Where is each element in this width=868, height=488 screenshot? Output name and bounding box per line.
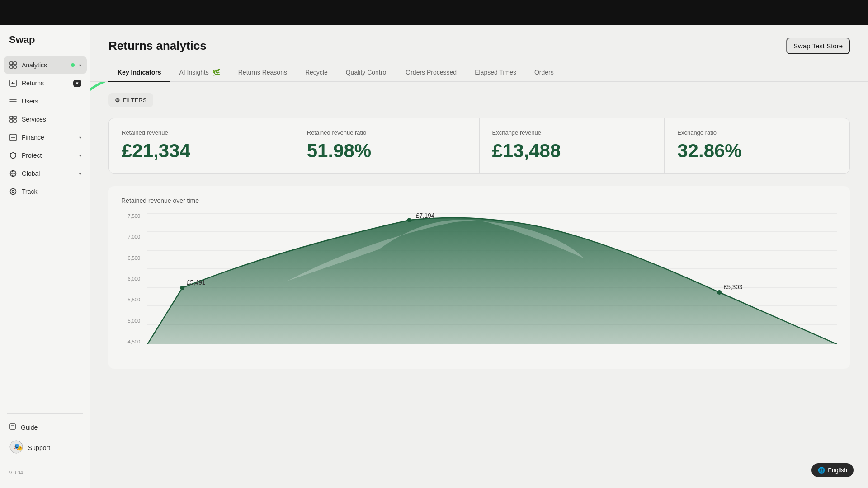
data-point-1 — [407, 218, 412, 222]
sidebar-item-support[interactable]: 🎭 Support — [4, 436, 87, 459]
sidebar: Swap Analytics ▾ — [0, 25, 90, 488]
data-point-2 — [717, 290, 722, 295]
sidebar-users-label: Users — [22, 98, 81, 105]
content-area: ⚙ FILTERS — [90, 82, 868, 488]
y-label-3: 6,000 — [127, 276, 140, 282]
sidebar-item-users[interactable]: Users — [4, 93, 87, 110]
tab-orders[interactable]: Orders — [525, 63, 563, 82]
chart-area — [147, 218, 837, 344]
tabs-container: Key Indicators AI Insights 🌿 Returns Rea… — [90, 63, 868, 82]
svg-point-15 — [10, 189, 16, 195]
metric-value-1: 51.98% — [307, 141, 467, 160]
tab-elapsed-times[interactable]: Elapsed Times — [466, 63, 525, 82]
sidebar-item-analytics[interactable]: Analytics ▾ — [4, 56, 87, 74]
y-label-5: 5,000 — [127, 318, 140, 324]
main-layout: Swap Analytics ▾ — [0, 25, 868, 488]
guide-label: Guide — [21, 424, 38, 431]
y-label-2: 6,500 — [127, 255, 140, 261]
metric-card-retained-revenue: Retained revenue £21,334 — [109, 118, 294, 173]
svg-rect-2 — [10, 66, 13, 68]
page-title: Returns analytics — [108, 39, 207, 53]
sidebar-item-finance[interactable]: Finance ▾ — [4, 129, 87, 146]
tab-recycle[interactable]: Recycle — [296, 63, 337, 82]
sidebar-item-global[interactable]: Global ▾ — [4, 165, 87, 182]
metric-label-2: Exchange revenue — [492, 129, 652, 136]
app-logo: Swap — [0, 34, 90, 56]
finance-chevron: ▾ — [79, 135, 81, 140]
sidebar-global-label: Global — [22, 170, 75, 177]
globe-icon: 🌐 — [818, 467, 825, 474]
sidebar-protect-label: Protect — [22, 152, 75, 159]
metric-label-0: Retained revenue — [122, 129, 281, 136]
returns-expand-btn[interactable]: ▾ — [73, 80, 81, 87]
svg-rect-11 — [14, 120, 16, 122]
language-label: English — [828, 467, 847, 474]
sidebar-track-label: Track — [22, 188, 81, 195]
metrics-grid: Retained revenue £21,334 Retained revenu… — [108, 118, 850, 174]
metric-value-3: 32.86% — [677, 141, 837, 160]
chart-container: 7,500 7,000 6,500 6,000 5,500 5,000 4,50… — [121, 213, 837, 358]
tab-key-indicators[interactable]: Key Indicators — [108, 63, 170, 82]
metric-value-0: £21,334 — [122, 141, 281, 160]
sidebar-item-services[interactable]: Services — [4, 111, 87, 128]
services-icon — [9, 115, 17, 123]
svg-rect-17 — [10, 424, 15, 429]
sidebar-item-returns[interactable]: Returns ▾ — [4, 75, 87, 92]
svg-rect-1 — [14, 62, 16, 65]
support-icon: 🎭 — [9, 440, 24, 455]
global-icon — [9, 169, 17, 178]
metric-card-exchange-revenue: Exchange revenue £13,488 — [480, 118, 665, 173]
sidebar-item-protect[interactable]: Protect ▾ — [4, 147, 87, 164]
sidebar-divider — [7, 413, 83, 414]
sidebar-item-guide[interactable]: Guide — [4, 419, 87, 435]
metric-value-2: £13,488 — [492, 141, 652, 160]
protect-chevron: ▾ — [79, 153, 81, 158]
track-icon — [9, 188, 17, 196]
y-label-6: 4,500 — [127, 339, 140, 344]
filters-row: ⚙ FILTERS — [108, 93, 850, 107]
sidebar-finance-label: Finance — [22, 134, 75, 141]
metric-label-1: Retained revenue ratio — [307, 129, 467, 136]
version-label: V.0.04 — [0, 466, 90, 479]
chart-title: Retained revenue over time — [121, 197, 837, 204]
svg-rect-8 — [10, 116, 13, 119]
svg-point-16 — [12, 191, 14, 193]
main-content: Returns analytics Swap Test Store Key In… — [90, 25, 868, 488]
top-bar — [0, 0, 868, 25]
sidebar-returns-label: Returns — [22, 80, 69, 87]
chart-svg-container: £5,491 £7,194 £5,303 — [147, 213, 837, 358]
chart-section: Retained revenue over time 7,500 7,000 6… — [108, 186, 850, 369]
analytics-chevron: ▾ — [79, 63, 81, 68]
guide-icon — [9, 423, 16, 432]
svg-rect-9 — [14, 116, 16, 119]
tab-ai-insights[interactable]: AI Insights 🌿 — [170, 63, 229, 82]
tab-quality-control[interactable]: Quality Control — [337, 63, 397, 82]
data-label-2: £5,303 — [724, 284, 743, 291]
users-icon — [9, 97, 17, 105]
metric-label-3: Exchange ratio — [677, 129, 837, 136]
sidebar-nav: Analytics ▾ Returns ▾ — [0, 56, 90, 408]
language-switcher[interactable]: 🌐 English — [811, 463, 854, 477]
returns-icon — [9, 79, 17, 87]
sidebar-analytics-label: Analytics — [22, 61, 66, 69]
y-label-1: 7,000 — [127, 234, 140, 239]
data-point-0 — [180, 286, 184, 290]
store-selector[interactable]: Swap Test Store — [786, 38, 850, 54]
sidebar-bottom: Guide 🎭 Support — [0, 419, 90, 466]
y-label-4: 5,500 — [127, 297, 140, 302]
svg-rect-0 — [10, 62, 13, 65]
analytics-badge — [71, 63, 75, 67]
sidebar-item-track[interactable]: Track — [4, 183, 87, 200]
support-label: Support — [28, 444, 50, 451]
data-label-1: £7,194 — [416, 213, 435, 219]
tab-returns-reasons[interactable]: Returns Reasons — [229, 63, 296, 82]
tab-orders-processed[interactable]: Orders Processed — [396, 63, 466, 82]
sidebar-services-label: Services — [22, 116, 81, 123]
y-label-0: 7,500 — [127, 213, 140, 219]
data-label-0: £5,491 — [187, 279, 205, 286]
protect-icon — [9, 151, 17, 160]
filters-button[interactable]: ⚙ FILTERS — [108, 93, 153, 107]
analytics-icon — [9, 61, 17, 69]
chart-y-labels: 7,500 7,000 6,500 6,000 5,500 5,000 4,50… — [121, 213, 144, 344]
global-chevron: ▾ — [79, 171, 81, 176]
